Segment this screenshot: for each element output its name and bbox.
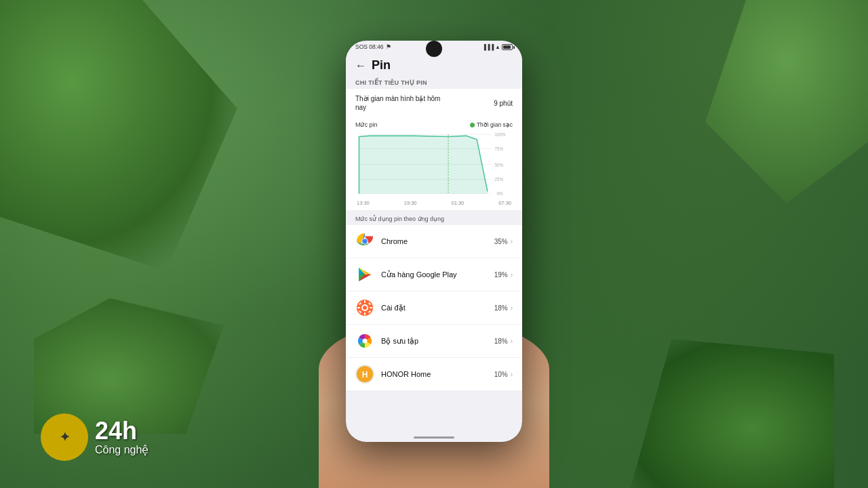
chart-x-label-4: 07:30 [498, 200, 511, 206]
app-row-honor[interactable]: H HONOR Home 10% › [346, 358, 522, 390]
chrome-chevron-icon: › [511, 238, 513, 245]
phone-bottom-bar [346, 432, 522, 442]
screen-time-row: Thời gian màn hình bật hôm nay 9 phút [346, 89, 522, 117]
svg-text:H: H [362, 370, 368, 380]
chart-x-label-3: 01:30 [451, 200, 464, 206]
signal-icon: ▐▐▐ [482, 44, 494, 50]
play-chevron-icon: › [511, 271, 513, 279]
location-icon: ⚑ [386, 43, 391, 50]
front-camera [426, 41, 442, 57]
chart-svg: 100% 75% 50% 25% 0% [355, 131, 513, 199]
watermark-subtitle: Công nghệ [95, 443, 149, 456]
chart-legend: Mức pin Thời gian sạc [355, 121, 513, 128]
chart-x-label-1: 13:30 [357, 200, 370, 206]
battery-chart: 100% 75% 50% 25% 0% [355, 131, 513, 199]
svg-point-32 [363, 339, 368, 344]
app-row-play[interactable]: Cửa hàng Google Play 19% › [346, 258, 522, 291]
svg-text:25%: 25% [494, 177, 503, 182]
chart-legend-right: Thời gian sạc [470, 121, 513, 128]
watermark-logo: ✦ [41, 413, 88, 461]
page-title: Pin [372, 58, 391, 73]
play-percent: 19% [494, 271, 508, 279]
svg-text:100%: 100% [494, 132, 506, 137]
chrome-app-name: Chrome [381, 237, 494, 245]
wifi-icon: ▲ [495, 44, 500, 50]
app-row-gallery[interactable]: Bộ sưu tập 18% › [346, 325, 522, 358]
charging-dot [470, 123, 475, 127]
battery-icon [502, 44, 513, 50]
watermark-brand: 24h [95, 419, 149, 443]
screen-time-label: Thời gian màn hình bật hôm nay [355, 94, 443, 112]
chart-x-labels: 13:30 19:30 01:30 07:30 [355, 200, 513, 206]
phone-container: SOS 08:46 ⚑ ▐▐▐ ▲ ← Pin CHI TIẾT TIÊU TH… [346, 41, 522, 442]
honor-app-icon: H [355, 365, 374, 384]
home-indicator [414, 436, 454, 439]
svg-text:75%: 75% [494, 146, 503, 151]
settings-app-name: Cài đặt [381, 304, 494, 312]
honor-app-name: HONOR Home [381, 370, 494, 378]
chart-fill [359, 136, 487, 193]
svg-rect-26 [370, 307, 372, 308]
chrome-percent: 35% [494, 238, 508, 245]
back-button[interactable]: ← [355, 60, 366, 72]
phone: SOS 08:46 ⚑ ▐▐▐ ▲ ← Pin CHI TIẾT TIÊU TH… [346, 41, 522, 442]
gallery-percent: 18% [494, 338, 508, 345]
svg-rect-25 [357, 307, 360, 308]
screen: ← Pin CHI TIẾT TIÊU THỤ PIN Thời gian mà… [346, 53, 522, 432]
battery-chart-section: Mức pin Thời gian sạc 100% 75% 50% 25% 0… [346, 117, 522, 210]
svg-rect-23 [364, 300, 366, 303]
chrome-app-icon [355, 232, 374, 251]
svg-rect-24 [364, 312, 366, 315]
watermark-text: 24h Công nghệ [95, 419, 149, 456]
play-app-name: Cửa hàng Google Play [381, 270, 494, 279]
settings-chevron-icon: › [511, 304, 513, 312]
svg-point-22 [363, 306, 367, 310]
svg-text:50%: 50% [494, 163, 503, 167]
honor-percent: 10% [494, 371, 508, 378]
status-left: SOS 08:46 ⚑ [355, 43, 391, 50]
detail-section-title: CHI TIẾT TIÊU THỤ PIN [346, 77, 522, 89]
svg-text:✦: ✦ [60, 430, 70, 444]
status-sos: SOS 08:46 [355, 43, 384, 50]
screen-time-value: 9 phút [494, 100, 513, 107]
gallery-app-name: Bộ sưu tập [381, 337, 494, 346]
settings-app-icon [355, 298, 374, 317]
watermark: ✦ 24h Công nghệ [41, 413, 149, 461]
play-app-icon [355, 265, 374, 284]
svg-point-15 [362, 239, 367, 243]
app-row-settings[interactable]: Cài đặt 18% › [346, 291, 522, 325]
gallery-app-icon [355, 331, 374, 350]
honor-chevron-icon: › [511, 371, 513, 378]
battery-fill [503, 45, 511, 49]
app-row-chrome[interactable]: Chrome 35% › [346, 225, 522, 258]
app-section-title: Mức sử dụng pin theo ứng dụng [346, 210, 522, 225]
gallery-chevron-icon: › [511, 338, 513, 345]
chart-legend-left: Mức pin [355, 121, 378, 128]
svg-text:0%: 0% [497, 191, 504, 196]
chart-x-label-2: 19:30 [404, 200, 417, 206]
chart-legend-right-text: Thời gian sạc [477, 121, 513, 128]
settings-percent: 18% [494, 304, 508, 312]
status-right: ▐▐▐ ▲ [482, 44, 513, 50]
status-bar: SOS 08:46 ⚑ ▐▐▐ ▲ [346, 41, 522, 53]
